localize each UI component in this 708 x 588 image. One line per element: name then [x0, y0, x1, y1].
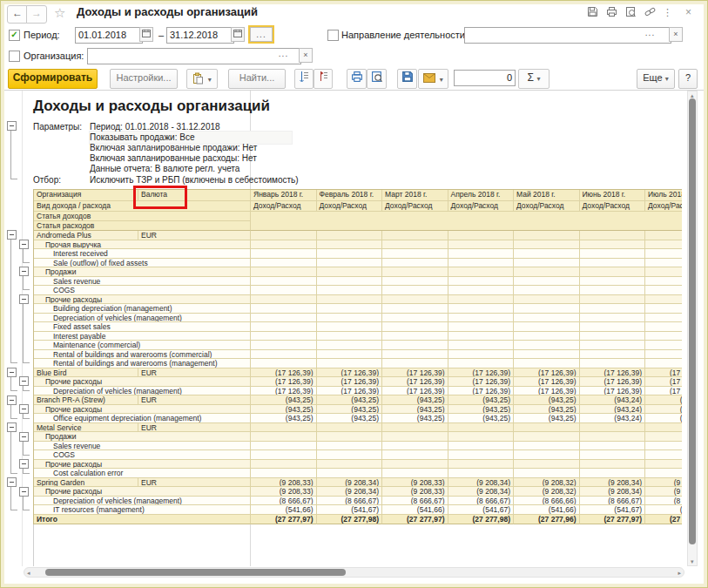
value-cell[interactable] [448, 341, 515, 350]
value-cell[interactable] [251, 295, 317, 305]
currency-cell[interactable]: EUR [138, 231, 251, 240]
value-cell[interactable] [317, 267, 383, 277]
value-cell[interactable]: (9 208,34) [580, 487, 646, 497]
value-cell[interactable] [580, 432, 646, 442]
period-to-input[interactable]: 31.12.2018 [166, 27, 234, 44]
value-cell[interactable] [448, 314, 515, 323]
scroll-left-icon[interactable]: ◂ [27, 570, 30, 576]
settings-button[interactable]: Настройки... [110, 69, 178, 89]
collapse-group-icon[interactable] [19, 240, 29, 249]
table-row[interactable]: Andromeda PlusEUR [34, 231, 682, 240]
value-cell[interactable]: (17 126,39) [448, 387, 515, 396]
value-cell[interactable]: (943,25) [382, 405, 448, 415]
direction-choose-button[interactable]: ... [644, 28, 657, 41]
value-cell[interactable] [251, 286, 317, 295]
value-cell[interactable]: (9 208,34) [448, 478, 515, 488]
item-label-cell[interactable]: Interest payable [34, 332, 251, 341]
print-button[interactable] [347, 69, 367, 89]
value-cell[interactable] [251, 231, 317, 240]
organization-header[interactable]: Организация [34, 190, 138, 201]
month-subheader[interactable]: Доход/Расход [251, 201, 317, 212]
value-cell[interactable] [382, 322, 448, 332]
value-cell[interactable] [580, 249, 646, 259]
value-cell[interactable] [251, 469, 317, 478]
value-cell[interactable] [580, 314, 646, 323]
organization-choose-button[interactable]: ... [277, 49, 290, 62]
horizontal-scrollbar-thumb[interactable] [45, 569, 346, 576]
value-cell[interactable]: (8 666,66) [514, 497, 580, 506]
item-label-cell[interactable]: Office equipment depreciation (managemen… [34, 414, 251, 423]
value-cell[interactable]: (943,25) [251, 405, 317, 415]
group-label-cell[interactable]: Продажи [34, 267, 251, 277]
value-cell[interactable] [251, 341, 317, 350]
table-row[interactable]: Depreciation of vehicles (management)(8 … [34, 497, 682, 506]
value-cell[interactable]: (8 666,67) [580, 497, 646, 506]
table-header-row[interactable]: Статья доходов Статья расходов [34, 212, 682, 231]
value-cell[interactable] [448, 322, 515, 332]
value-cell[interactable] [580, 469, 646, 478]
total-label-cell[interactable]: Итого [34, 515, 251, 524]
currency-cell[interactable]: EUR [138, 478, 251, 488]
table-row[interactable]: Прочие расходы [34, 460, 682, 470]
organization-checkbox[interactable] [9, 51, 20, 62]
link-icon[interactable] [643, 5, 657, 20]
value-cell[interactable] [514, 267, 580, 277]
autosum-field[interactable]: 0 [454, 70, 516, 86]
send-email-dropdown[interactable]: ▾ [418, 69, 448, 89]
value-cell[interactable]: (943,25) [382, 414, 448, 423]
value-cell[interactable]: (943,25) [645, 414, 682, 423]
print-preview-button[interactable] [367, 69, 387, 89]
value-cell[interactable]: (541,66) [514, 505, 580, 515]
value-cell[interactable] [645, 423, 682, 433]
favorite-star-icon[interactable]: ☆ [54, 5, 65, 21]
value-cell[interactable]: (943,25) [448, 395, 515, 405]
value-cell[interactable] [251, 314, 317, 323]
item-label-cell[interactable]: Sales revenue [34, 442, 251, 451]
value-cell[interactable] [317, 332, 383, 341]
value-cell[interactable] [448, 295, 515, 305]
value-cell[interactable]: (943,25) [317, 405, 383, 415]
more-icon[interactable]: ⋮ [660, 5, 675, 20]
value-cell[interactable] [645, 332, 682, 341]
collapse-group-icon[interactable] [7, 230, 17, 240]
group-label-cell[interactable]: Прочая выручка [34, 240, 251, 250]
value-cell[interactable] [448, 432, 515, 442]
group-label-cell[interactable]: Прочие расходы [34, 460, 251, 470]
table-row[interactable]: COGS [34, 450, 682, 460]
item-label-cell[interactable]: Building depreciation (management) [34, 304, 251, 314]
value-cell[interactable]: (17 126,39) [251, 377, 317, 387]
organization-clear-button[interactable]: × [299, 48, 313, 63]
table-row[interactable]: Depreciation of vehicles (management) [34, 314, 682, 323]
value-cell[interactable]: (17 126,39) [514, 368, 580, 378]
month-subheader[interactable]: Доход/Расход [317, 201, 383, 212]
value-cell[interactable] [645, 359, 682, 368]
org-label-cell[interactable]: Metal Service [34, 423, 138, 433]
item-label-cell[interactable]: Interest received [34, 249, 251, 259]
group-label-cell[interactable]: Продажи [34, 432, 251, 442]
table-row[interactable]: Building depreciation (management) [34, 304, 682, 314]
value-cell[interactable] [382, 469, 448, 478]
item-label-cell[interactable]: Rental of buildings and warerooms (manag… [34, 359, 251, 368]
table-row[interactable]: Итого(27 277,97)(27 277,98)(27 277,97)(2… [34, 515, 682, 524]
table-row[interactable]: Interest payable [34, 332, 682, 341]
value-cell[interactable] [448, 442, 515, 451]
value-cell[interactable] [317, 432, 383, 442]
group-label-cell[interactable]: Прочие расходы [34, 295, 251, 305]
group-label-cell[interactable]: Прочие расходы [34, 377, 251, 387]
value-cell[interactable] [580, 286, 646, 295]
value-cell[interactable] [317, 469, 383, 478]
period-checkbox[interactable]: ✓ [9, 30, 20, 41]
value-cell[interactable] [251, 322, 317, 332]
value-cell[interactable] [448, 450, 515, 460]
value-cell[interactable]: (27 277,96) [514, 515, 580, 524]
table-row[interactable]: Fixed asset sales [34, 322, 682, 332]
month-header[interactable]: Июль 2018 г. [645, 190, 682, 201]
value-cell[interactable] [645, 240, 682, 250]
value-cell[interactable] [382, 350, 448, 360]
table-row[interactable]: Branch PR-A (Strew)EUR(943,25)(943,25)(9… [34, 395, 682, 405]
value-cell[interactable]: (27 277,97) [251, 515, 317, 524]
value-cell[interactable]: (943,25) [514, 405, 580, 415]
value-cell[interactable] [448, 249, 515, 259]
table-row[interactable]: Interest received [34, 249, 682, 259]
close-icon[interactable]: × [681, 5, 696, 20]
